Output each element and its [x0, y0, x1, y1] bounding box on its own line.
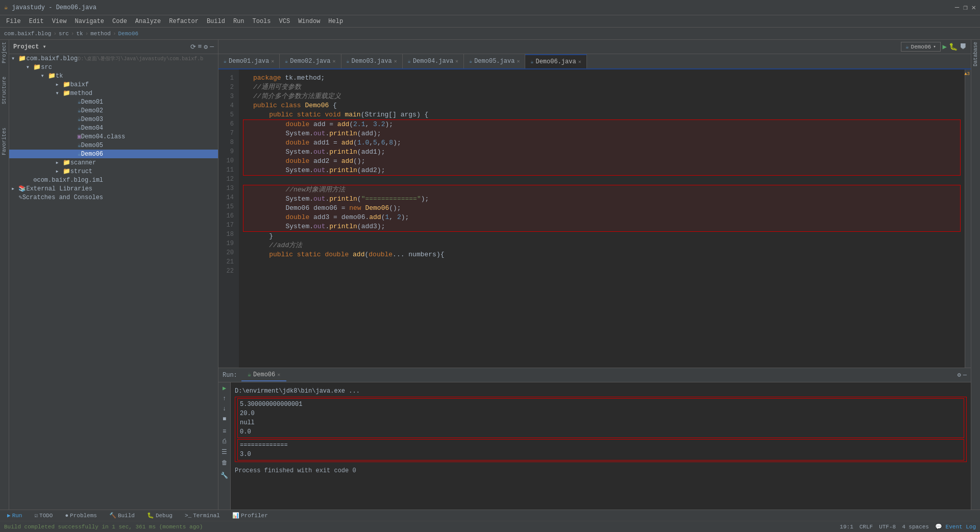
menu-item-navigate[interactable]: Navigate — [70, 17, 108, 26]
settings-icon[interactable]: ⚙ — [204, 43, 208, 51]
output-line: 5.300000000000001 — [240, 400, 962, 409]
project-panel-header: Project ▾ ⟳ ≡ ⚙ — — [9, 40, 218, 54]
close-panel-icon[interactable]: — — [210, 43, 214, 51]
code-editor[interactable]: package tk.method;//通用可变参数//简介多个参数方法重载定义… — [239, 69, 965, 368]
bottom-tab-todo[interactable]: ☑ TODO — [31, 511, 56, 520]
tab-close-Demo04.java[interactable]: ✕ — [455, 58, 458, 64]
tree-item-demo06[interactable]: ☕ Demo06 — [9, 150, 218, 158]
close-button[interactable]: ✕ — [972, 3, 976, 12]
tab-demo04java[interactable]: ☕Demo04.java✕ — [403, 54, 464, 68]
minimize-button[interactable]: — — [955, 3, 959, 12]
tree-item-com-baixf-blog[interactable]: ▾ 📁 com.baixf.blog D:\桌面\暑假学习\Java\javas… — [9, 54, 218, 63]
run-icon: ▶ — [7, 512, 11, 519]
event-log[interactable]: 💬 Event Log — [935, 523, 976, 530]
tree-item-scratches-and-consoles[interactable]: ✎ Scratches and Consoles — [9, 193, 218, 202]
process-finished-line: Process finished with exit code 0 — [235, 466, 967, 475]
run-command-line: D:\envirment\jdk8\bin\java.exe ... — [235, 386, 967, 396]
tree-item-method[interactable]: ▾ 📁 method — [9, 89, 218, 98]
tab-close-Demo02.java[interactable]: ✕ — [333, 58, 336, 64]
tab-demo06java[interactable]: ☕Demo06.java✕ — [525, 54, 586, 68]
tree-item-demo04-class[interactable]: ▣ Demo04.class — [9, 132, 218, 141]
indent[interactable]: 4 spaces — [902, 524, 929, 530]
coverage-button[interactable]: ⛊ — [960, 43, 967, 51]
tree-item-baixf[interactable]: ▸ 📁 baixf — [9, 80, 218, 89]
line-ending[interactable]: CRLF — [860, 524, 873, 530]
run-button[interactable]: ▶ — [943, 42, 947, 51]
tab-close-Demo05.java[interactable]: ✕ — [517, 58, 520, 64]
menu-item-view[interactable]: View — [48, 17, 71, 26]
menu-item-help[interactable]: Help — [324, 17, 347, 26]
run-tools-icon[interactable]: 🔧 — [220, 472, 228, 479]
tab-demo05java[interactable]: ☕Demo05.java✕ — [464, 54, 525, 68]
database-panel[interactable]: Database — [971, 40, 980, 521]
project-sidebar-icon[interactable]: Project — [2, 42, 7, 63]
debug-button[interactable]: 🐛 — [949, 42, 958, 51]
left-panel-icons: Project Structure Favorites — [0, 40, 9, 521]
collapse-icon[interactable]: ≡ — [198, 43, 202, 51]
menu-item-refactor[interactable]: Refactor — [165, 17, 203, 26]
menu-item-code[interactable]: Code — [108, 17, 131, 26]
status-right: 19:1 CRLF UTF-8 4 spaces 💬 Event Log — [840, 523, 976, 530]
menu-item-file[interactable]: File — [2, 17, 25, 26]
database-icon[interactable]: Database — [973, 42, 978, 66]
tab-close-Demo01.java[interactable]: ✕ — [271, 58, 274, 64]
menu-item-window[interactable]: Window — [294, 17, 324, 26]
tree-item-demo04[interactable]: ☕ Demo04 — [9, 124, 218, 132]
tree-item-external-libraries[interactable]: ▸ 📚 External Libraries — [9, 184, 218, 193]
todo-icon: ☑ — [34, 512, 38, 519]
run-filter-icon[interactable]: ≡ — [223, 428, 226, 435]
tree-item-src[interactable]: ▾ 📁 src — [9, 63, 218, 71]
sync-icon[interactable]: ⟳ — [190, 43, 196, 51]
run-left-controls: ▶ ↑ ↓ ■ ≡ ⎙ ☰ 🗑 🔧 — [218, 382, 231, 521]
cursor-position[interactable]: 19:1 — [840, 524, 853, 530]
warning-indicator[interactable]: ▲3 — [964, 71, 970, 77]
menu-item-vcs[interactable]: VCS — [275, 17, 295, 26]
run-stop-icon[interactable]: ■ — [223, 416, 226, 423]
run-settings-icon[interactable]: ⚙ — [958, 371, 961, 379]
tab-close-Demo06.java[interactable]: ✕ — [578, 59, 581, 65]
bottom-tab-debug[interactable]: 🐛 Debug — [144, 511, 176, 520]
menu-item-tools[interactable]: Tools — [249, 17, 275, 26]
tree-item-com-baixf-blog-iml[interactable]: ⚙ com.baixf.blog.iml — [9, 176, 218, 184]
tree-item-demo02[interactable]: ☕ Demo02 — [9, 106, 218, 115]
run-trash-icon[interactable]: 🗑 — [222, 459, 228, 467]
menu-item-run[interactable]: Run — [229, 17, 249, 26]
run-list-icon[interactable]: ☰ — [222, 448, 227, 456]
menu-item-build[interactable]: Build — [203, 17, 229, 26]
run-print-icon[interactable]: ⎙ — [223, 438, 226, 445]
tab-demo01java[interactable]: ☕Demo01.java✕ — [218, 54, 280, 68]
bottom-left-tabs: ▶ Run☑ TODO● Problems🔨 Build🐛 Debug>_ Te… — [4, 511, 271, 520]
bottom-tab-run[interactable]: ▶ Run — [4, 511, 25, 520]
bottom-tab-build[interactable]: 🔨 Build — [106, 511, 138, 520]
maximize-button[interactable]: ❐ — [963, 3, 967, 12]
tree-item-struct[interactable]: ▸ 📁 struct — [9, 167, 218, 176]
bottom-tab-problems[interactable]: ● Problems — [62, 512, 100, 520]
breadcrumb-part-1: com.baixf.blog — [4, 31, 51, 37]
run-scroll-bot-icon[interactable]: ↓ — [223, 405, 226, 413]
charset[interactable]: UTF-8 — [879, 524, 896, 530]
menu-item-analyze[interactable]: Analyze — [131, 17, 165, 26]
tab-close-Demo03.java[interactable]: ✕ — [394, 58, 397, 64]
run-config-selector[interactable]: ☕ Demo06 ▾ — [901, 42, 941, 52]
menu-item-edit[interactable]: Edit — [25, 17, 48, 26]
titlebar-left: ☕ javastudy - Demo06.java — [4, 4, 96, 11]
run-demo06-tab[interactable]: ☕ Demo06 ✕ — [241, 369, 286, 381]
run-minimize-icon[interactable]: — — [963, 372, 967, 379]
run-play-icon[interactable]: ▶ — [223, 384, 226, 392]
tree-item-demo03[interactable]: ☕ Demo03 — [9, 115, 218, 124]
project-label: Project ▾ — [13, 43, 46, 51]
app-icon: ☕ — [4, 4, 8, 11]
tree-item-scanner[interactable]: ▸ 📁 scanner — [9, 158, 218, 167]
terminal-icon: >_ — [185, 513, 191, 519]
tab-demo03java[interactable]: ☕Demo03.java✕ — [341, 54, 403, 68]
structure-sidebar-icon[interactable]: Structure — [2, 77, 7, 104]
tree-item-tk[interactable]: ▾ 📁 tk — [9, 71, 218, 80]
bottom-tab-terminal[interactable]: >_ Terminal — [182, 512, 223, 520]
bottom-tab-profiler[interactable]: 📊 Profiler — [229, 511, 271, 520]
favorites-sidebar-icon[interactable]: Favorites — [2, 128, 7, 155]
toolbar-bar: ☕ Demo06 ▾ ▶ 🐛 ⛊ — [218, 40, 971, 54]
tab-demo02java[interactable]: ☕Demo02.java✕ — [280, 54, 341, 68]
run-scroll-top-icon[interactable]: ↑ — [223, 395, 226, 402]
tree-item-demo05[interactable]: ☕ Demo05 — [9, 141, 218, 150]
tree-item-demo01[interactable]: ☕ Demo01 — [9, 98, 218, 106]
